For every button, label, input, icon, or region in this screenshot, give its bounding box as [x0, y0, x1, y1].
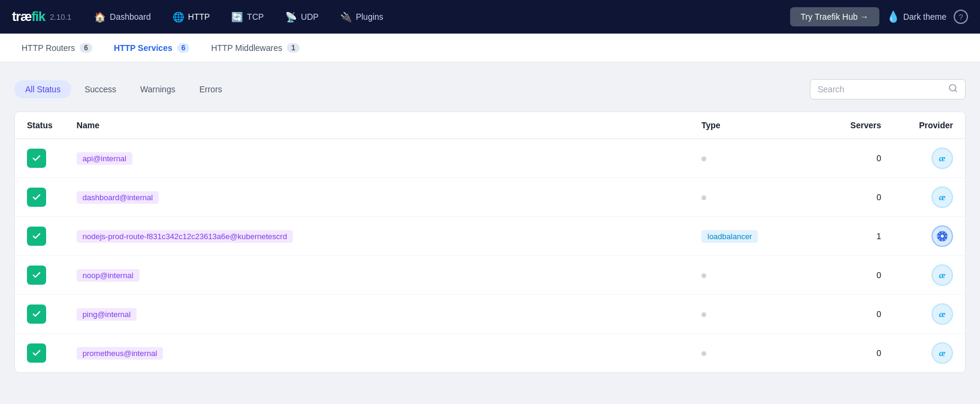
status-check-icon [27, 343, 46, 363]
services-table: Status Name Type Servers Provider [15, 112, 965, 372]
tab-routers-label: HTTP Routers [22, 43, 75, 53]
row-servers: 0 [809, 256, 893, 295]
nav-dashboard[interactable]: 🏠 Dashboard [86, 7, 159, 28]
brand-logo: træfik [12, 9, 45, 25]
row-type [689, 295, 809, 334]
provider-icon-internal: æ [931, 342, 953, 364]
row-servers: 0 [809, 334, 893, 373]
row-type [689, 178, 809, 217]
col-servers: Servers [809, 112, 893, 139]
row-provider: æ [893, 295, 965, 334]
row-servers: 0 [809, 139, 893, 178]
status-check-icon [27, 304, 46, 324]
filter-errors[interactable]: Errors [189, 80, 233, 98]
nav-http-label: HTTP [188, 12, 210, 22]
row-provider [893, 217, 965, 256]
status-check-icon [27, 227, 46, 246]
navbar: træfik 2.10.1 🏠 Dashboard 🌐 HTTP 🔄 TCP 📡… [0, 0, 980, 34]
provider-icon-internal: æ [931, 264, 953, 286]
search-icon [948, 83, 958, 95]
row-name[interactable]: dashboard@internal [65, 178, 689, 217]
tab-http-middlewares[interactable]: HTTP Middlewares 1 [201, 40, 308, 56]
table-row[interactable]: api@internal0 æ [15, 139, 965, 178]
theme-toggle[interactable]: 💧 Dark theme [887, 10, 946, 23]
table-row[interactable]: nodejs-prod-route-f831c342c12c23613a6e@k… [15, 217, 965, 256]
row-name[interactable]: prometheus@internal [65, 334, 689, 373]
filter-all-status[interactable]: All Status [14, 80, 71, 98]
name-chip[interactable]: prometheus@internal [77, 347, 163, 360]
tab-http-routers[interactable]: HTTP Routers 6 [12, 40, 102, 56]
hub-button[interactable]: Try Traefik Hub → [790, 7, 879, 26]
name-chip[interactable]: noop@internal [77, 269, 140, 282]
row-status [15, 217, 65, 256]
nav-tcp[interactable]: 🔄 TCP [223, 7, 272, 28]
row-provider: æ [893, 139, 965, 178]
filter-success[interactable]: Success [74, 80, 127, 98]
svg-line-1 [955, 90, 957, 92]
tab-routers-count: 6 [80, 43, 92, 53]
plugins-icon: 🔌 [340, 11, 352, 23]
tab-middlewares-count: 1 [287, 43, 300, 53]
table-row[interactable]: prometheus@internal0 æ [15, 334, 965, 373]
col-status: Status [15, 112, 65, 139]
udp-icon: 📡 [285, 11, 297, 23]
nav-dashboard-label: Dashboard [110, 12, 151, 22]
tab-middlewares-label: HTTP Middlewares [211, 43, 282, 53]
row-status [15, 334, 65, 373]
col-provider: Provider [893, 112, 965, 139]
filter-bar: All Status Success Warnings Errors [14, 79, 966, 100]
type-empty [701, 195, 706, 200]
row-provider: æ [893, 178, 965, 217]
table-row[interactable]: dashboard@internal0 æ [15, 178, 965, 217]
name-chip[interactable]: nodejs-prod-route-f831c342c12c23613a6e@k… [77, 230, 293, 243]
nav-udp-label: UDP [301, 12, 319, 22]
status-check-icon [27, 149, 46, 168]
type-empty [701, 312, 706, 317]
name-chip[interactable]: ping@internal [77, 308, 137, 321]
provider-icon-internal: æ [931, 186, 953, 208]
row-type [689, 139, 809, 178]
provider-icon-internal: æ [931, 147, 953, 169]
nav-plugins[interactable]: 🔌 Plugins [332, 7, 392, 28]
table-row[interactable]: noop@internal0 æ [15, 256, 965, 295]
row-servers: 1 [809, 217, 893, 256]
row-provider: æ [893, 334, 965, 373]
http-icon: 🌐 [173, 11, 184, 23]
status-check-icon [27, 266, 46, 285]
type-empty [701, 273, 706, 278]
search-input[interactable] [818, 85, 943, 94]
nav-udp[interactable]: 📡 UDP [277, 7, 327, 28]
name-chip[interactable]: dashboard@internal [77, 191, 159, 204]
home-icon: 🏠 [94, 11, 106, 23]
tab-http-services[interactable]: HTTP Services 6 [104, 40, 199, 56]
tab-services-count: 6 [177, 43, 190, 53]
filter-warnings[interactable]: Warnings [129, 80, 186, 98]
row-provider: æ [893, 256, 965, 295]
search-box [810, 79, 966, 100]
table-header: Status Name Type Servers Provider [15, 112, 965, 139]
provider-icon-kubernetes [931, 225, 953, 247]
theme-label: Dark theme [903, 12, 946, 22]
row-name[interactable]: nodejs-prod-route-f831c342c12c23613a6e@k… [65, 217, 689, 256]
theme-icon: 💧 [887, 10, 900, 23]
type-empty [701, 156, 706, 161]
table-row[interactable]: ping@internal0 æ [15, 295, 965, 334]
row-name[interactable]: ping@internal [65, 295, 689, 334]
type-empty [701, 351, 706, 356]
brand-version: 2.10.1 [50, 13, 71, 22]
services-table-container: Status Name Type Servers Provider [14, 111, 966, 373]
row-name[interactable]: noop@internal [65, 256, 689, 295]
status-check-icon [27, 188, 46, 207]
row-servers: 0 [809, 295, 893, 334]
navbar-right: Try Traefik Hub → 💧 Dark theme ? [790, 7, 968, 26]
col-type: Type [689, 112, 809, 139]
row-type [689, 256, 809, 295]
type-badge: loadbalancer [701, 230, 758, 243]
help-button[interactable]: ? [954, 10, 968, 24]
nav-http[interactable]: 🌐 HTTP [164, 7, 219, 28]
name-chip[interactable]: api@internal [77, 152, 132, 165]
row-type: loadbalancer [689, 217, 809, 256]
row-status [15, 178, 65, 217]
row-status [15, 256, 65, 295]
row-name[interactable]: api@internal [65, 139, 689, 178]
